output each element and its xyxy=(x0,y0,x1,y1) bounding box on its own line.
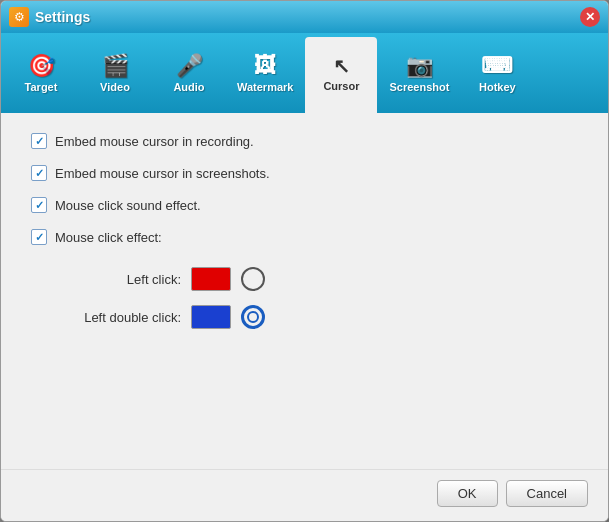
tab-hotkey[interactable]: ⌨ Hotkey xyxy=(461,37,533,113)
window-title: Settings xyxy=(35,9,574,25)
left-click-circle-icon[interactable] xyxy=(241,267,265,291)
left-double-click-row: Left double click: xyxy=(71,305,578,329)
left-double-click-color-swatch[interactable] xyxy=(191,305,231,329)
audio-icon: 🎤 xyxy=(176,55,203,77)
settings-window: ⚙ Settings ✕ 🎯 Target 🎬 Video 🎤 Audio 🖼 … xyxy=(0,0,609,522)
tab-watermark-label: Watermark xyxy=(237,81,293,93)
cancel-button[interactable]: Cancel xyxy=(506,480,588,507)
tab-screenshot[interactable]: 📷 Screenshot xyxy=(379,37,459,113)
cursor-icon: ↖ xyxy=(333,56,350,76)
tab-cursor-label: Cursor xyxy=(323,80,359,92)
tab-hotkey-label: Hotkey xyxy=(479,81,516,93)
tab-cursor[interactable]: ↖ Cursor xyxy=(305,37,377,113)
tab-target-label: Target xyxy=(25,81,58,93)
left-click-label: Left click: xyxy=(71,272,181,287)
app-icon: ⚙ xyxy=(9,7,29,27)
checkbox-embed-cursor-screenshots[interactable] xyxy=(31,165,47,181)
checkbox-embed-cursor-recording-label: Embed mouse cursor in recording. xyxy=(55,134,254,149)
checkbox-embed-cursor-recording[interactable] xyxy=(31,133,47,149)
left-double-click-circle-icon[interactable] xyxy=(241,305,265,329)
target-icon: 🎯 xyxy=(28,55,55,77)
checkbox-embed-cursor-screenshots-label: Embed mouse cursor in screenshots. xyxy=(55,166,270,181)
checkbox-mouse-click-effect-label: Mouse click effect: xyxy=(55,230,162,245)
title-bar: ⚙ Settings ✕ xyxy=(1,1,608,33)
watermark-icon: 🖼 xyxy=(254,55,276,77)
left-click-row: Left click: xyxy=(71,267,578,291)
footer: OK Cancel xyxy=(1,469,608,521)
content-area: Embed mouse cursor in recording. Embed m… xyxy=(1,113,608,469)
tab-video[interactable]: 🎬 Video xyxy=(79,37,151,113)
checkbox-mouse-click-effect[interactable] xyxy=(31,229,47,245)
checkbox-mouse-click-sound-label: Mouse click sound effect. xyxy=(55,198,201,213)
tab-audio-label: Audio xyxy=(173,81,204,93)
left-double-click-label: Left double click: xyxy=(71,310,181,325)
checkbox-mouse-click-sound[interactable] xyxy=(31,197,47,213)
checkbox-row-1: Embed mouse cursor in recording. xyxy=(31,133,578,149)
checkbox-row-3: Mouse click sound effect. xyxy=(31,197,578,213)
tab-video-label: Video xyxy=(100,81,130,93)
close-button[interactable]: ✕ xyxy=(580,7,600,27)
hotkey-icon: ⌨ xyxy=(481,55,513,77)
screenshot-icon: 📷 xyxy=(406,55,433,77)
video-icon: 🎬 xyxy=(102,55,129,77)
tab-bar: 🎯 Target 🎬 Video 🎤 Audio 🖼 Watermark ↖ C… xyxy=(1,33,608,113)
left-click-color-swatch[interactable] xyxy=(191,267,231,291)
checkbox-row-4: Mouse click effect: xyxy=(31,229,578,245)
ok-button[interactable]: OK xyxy=(437,480,498,507)
tab-target[interactable]: 🎯 Target xyxy=(5,37,77,113)
color-options: Left click: Left double click: xyxy=(71,267,578,329)
tab-audio[interactable]: 🎤 Audio xyxy=(153,37,225,113)
tab-watermark[interactable]: 🖼 Watermark xyxy=(227,37,303,113)
checkbox-row-2: Embed mouse cursor in screenshots. xyxy=(31,165,578,181)
tab-screenshot-label: Screenshot xyxy=(389,81,449,93)
